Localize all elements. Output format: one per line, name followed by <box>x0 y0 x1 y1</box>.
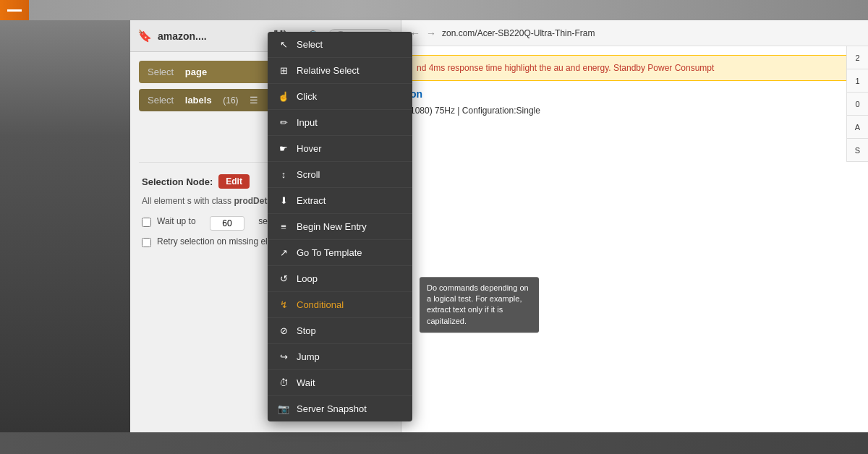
relative-select-label: Relative Select <box>297 65 359 76</box>
dropdown-item-wait[interactable]: ⏱Wait <box>268 370 412 396</box>
dropdown-item-jump[interactable]: ↪Jump <box>268 344 412 370</box>
data-cell-1: 2 <box>847 46 868 69</box>
jump-icon: ↪ <box>278 351 289 362</box>
select-label: Select <box>297 39 323 50</box>
dropdown-item-input[interactable]: ✏Input <box>268 110 412 136</box>
data-cell-2: 1 <box>847 69 868 93</box>
scroll-label: Scroll <box>297 169 320 180</box>
input-icon: ✏ <box>278 117 289 128</box>
stripe-line <box>7 9 22 12</box>
wait-input[interactable]: 60 <box>210 216 244 231</box>
bg-bottom <box>0 432 868 454</box>
conditional-icon: ↯ <box>278 299 289 310</box>
data-cell-3: 0 <box>847 93 868 116</box>
retry-checkbox[interactable] <box>142 238 151 247</box>
list-icon: ☰ <box>250 95 258 106</box>
dropdown-item-stop[interactable]: ⊘Stop <box>268 318 412 344</box>
go-to-template-label: Go To Template <box>297 247 362 258</box>
dropdown-item-conditional[interactable]: ↯ConditionalDo commands depending on a l… <box>268 292 412 318</box>
dropdown-item-select[interactable]: ↖Select <box>268 32 412 58</box>
loop-icon: ↺ <box>278 273 289 284</box>
wait-label-before: Wait up to <box>157 216 196 226</box>
extract-label: Extract <box>297 195 326 206</box>
select-page-value: page <box>185 67 207 77</box>
jump-label: Jump <box>297 351 320 362</box>
browser-title: amazon.... <box>158 30 268 42</box>
server-snapshot-label: Server Snapshot <box>297 403 367 414</box>
data-cell-4: A <box>847 116 868 139</box>
url-bar: ← → zon.com/Acer-SB220Q-Ultra-Thin-Fram <box>401 20 868 46</box>
wait-label: Wait <box>297 377 315 388</box>
stop-icon: ⊘ <box>278 325 289 336</box>
dropdown-item-relative-select[interactable]: ⊞Relative Select <box>268 58 412 84</box>
product-specs: 1080) 75Hz | Configuration:Single <box>410 106 859 116</box>
wait-icon: ⏱ <box>278 377 289 388</box>
select-icon: ↖ <box>278 39 289 50</box>
dropdown-item-server-snapshot[interactable]: 📷Server Snapshot <box>268 396 412 421</box>
select-labels-count: (16) <box>223 95 238 106</box>
dropdown-item-extract[interactable]: ⬇Extract <box>268 188 412 214</box>
edit-button[interactable]: Edit <box>218 174 250 189</box>
loop-label: Loop <box>297 273 318 284</box>
click-label: Click <box>297 91 317 102</box>
orange-stripe <box>0 0 29 20</box>
hover-icon: ☛ <box>278 143 289 154</box>
main-wrapper: 🔖 amazon.... 💾 ⚙ 🔍 BROWSE Select page <box>130 20 868 432</box>
hover-label: Hover <box>297 143 322 154</box>
dropdown-item-go-to-template[interactable]: ↗Go To Template <box>268 240 412 266</box>
dropdown-item-scroll[interactable]: ↕Scroll <box>268 162 412 188</box>
dropdown-menu: ↖Select⊞Relative Select☝Click✏Input☛Hove… <box>268 32 412 421</box>
desc-text: All element s with class <box>142 196 231 206</box>
data-table: 2 1 0 A S <box>846 46 868 162</box>
begin-new-entry-label: Begin New Entry <box>297 221 367 232</box>
product-desc: nd 4ms response time highlight the au an… <box>410 55 859 81</box>
server-snapshot-icon: 📷 <box>278 403 289 414</box>
conditional-label: Conditional <box>297 299 344 310</box>
product-area: nd 4ms response time highlight the au an… <box>401 46 868 129</box>
relative-select-icon: ⊞ <box>278 65 289 76</box>
dropdown-item-loop[interactable]: ↺Loop <box>268 266 412 292</box>
go-to-template-icon: ↗ <box>278 247 289 258</box>
select-labels-keyword: Select <box>148 95 174 106</box>
extract-icon: ⬇ <box>278 195 289 206</box>
click-icon: ☝ <box>278 91 289 102</box>
begin-new-entry-icon: ≡ <box>278 221 289 232</box>
nav-forward[interactable]: → <box>426 27 436 39</box>
selection-node-label: Selection Node: <box>142 176 213 187</box>
url-text: zon.com/Acer-SB220Q-Ultra-Thin-Fram <box>442 28 859 38</box>
dropdown-item-begin-new-entry[interactable]: ≡Begin New Entry <box>268 214 412 240</box>
wait-checkbox[interactable] <box>142 218 151 227</box>
data-cell-5: S <box>847 139 868 162</box>
select-page-keyword: Select <box>148 67 174 77</box>
bookmark-icon: 🔖 <box>137 29 152 43</box>
stop-label: Stop <box>297 325 316 336</box>
input-label: Input <box>297 117 318 128</box>
right-panel: ← → zon.com/Acer-SB220Q-Ultra-Thin-Fram … <box>401 20 868 432</box>
scroll-icon: ↕ <box>278 169 289 180</box>
product-title: on <box>410 88 859 100</box>
select-labels-value: labels <box>185 95 212 106</box>
dropdown-item-click[interactable]: ☝Click <box>268 84 412 110</box>
dropdown-item-hover[interactable]: ☛Hover <box>268 136 412 162</box>
bg-top <box>0 0 868 20</box>
